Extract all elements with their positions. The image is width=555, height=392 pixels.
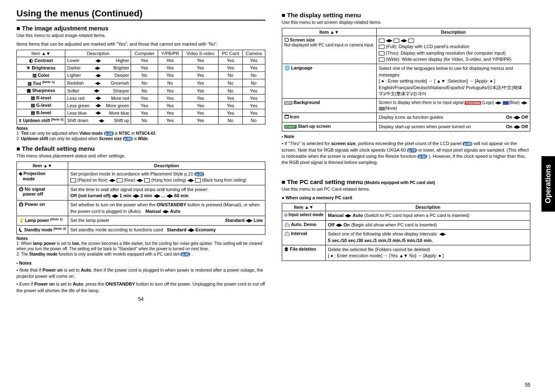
display-table: Item ▲▼Description 🖵 Screen sizeNot disp…	[282, 28, 531, 131]
display-note-title: Note	[282, 134, 531, 139]
table-row: OFF Background Screen to display when th…	[282, 99, 530, 113]
display-intro: Use this menu to set screen display-rela…	[282, 19, 531, 25]
default-note1: 1: When lamp power is set to low, the sc…	[16, 241, 265, 251]
none-swatch-icon	[379, 107, 385, 111]
image-note2: 2: Up/down shift can only be adjusted wh…	[16, 136, 265, 142]
display-title: The display setting menu	[282, 12, 531, 18]
table-row: ▦ SharpnessSofter◀▶SharperNoYesYesNoYes	[17, 87, 265, 95]
pagenum-left: 54	[16, 296, 265, 302]
updown-icon: ▲▼	[41, 51, 51, 56]
pagenum-right: 55	[525, 382, 530, 388]
image-adj-intro1: Use this menu to adjust image-related it…	[16, 32, 265, 39]
default-table: Item ▲▼Description ◈ Projection mode Set…	[16, 161, 265, 235]
leftright-icon: ◀▶	[95, 58, 100, 63]
table-row: 💡 Lamp power [Note 1] Set the lamp power…	[17, 216, 265, 225]
table-row: 📇 Auto. DemoOff ◀▶ On (Begin slid show w…	[282, 220, 530, 229]
image-note1: 1: Tint can only be adjusted when Video …	[16, 131, 265, 136]
table-row: ▤ B-levelLess blue◀▶More blueYesYesYesYe…	[17, 109, 265, 117]
table-row: 🗔 Icon Display icons as function guidesO…	[282, 113, 530, 122]
page-title: Using the menus (Continued)	[16, 8, 265, 21]
table-row: 🌐 Language Select one of the languages b…	[282, 64, 530, 99]
table-row: ▥ ColorLighter◀▶DeeperNoYesYesNoNo	[17, 71, 265, 79]
table-row: ◇ Input select modeManual ◀▶ Auto (Switc…	[282, 211, 530, 220]
table-row: 🗑 File deletionDelete the selected file …	[282, 245, 530, 261]
pccard-subhead: ● When using a memory PC card	[282, 195, 531, 201]
pccard-table: Item ▲▼Description ◇ Input select modeMa…	[282, 203, 531, 261]
display-note: If "Thru" is selected for screen size, p…	[282, 141, 531, 166]
blue-swatch-icon	[503, 101, 509, 105]
image-adj-table: Item ▲▼ Description Computer Y/PB/PR Vid…	[16, 50, 265, 125]
table-row: 🖵 Screen sizeNot displayed with PC card …	[282, 36, 530, 64]
image-adj-title: The image adjustment menus	[16, 25, 265, 32]
default-notes-title: Notes	[16, 236, 265, 241]
pccard-title: The PC card setting menu	[282, 178, 363, 185]
toshiba-logo-icon: TOSHIBA	[465, 101, 481, 105]
default-note2: 2: The Standby mode function is only ava…	[16, 251, 265, 257]
pccard-intro: Use this menu to set PC Card-related ite…	[282, 186, 531, 192]
table-row: ⏻ No signal power off Set the time to wa…	[17, 185, 265, 201]
pageref-icon: p.29	[104, 131, 114, 136]
default-title: The default setting menu	[16, 145, 265, 152]
table-row: ◈ Projection mode Set projection mode in…	[17, 169, 265, 185]
side-tab-operations: Operations	[541, 156, 555, 212]
table-row: ⇕ Up/down shift [Note 2]Shift down◀▶Shif…	[17, 117, 265, 124]
pccard-subtitle: (Models equipped with PC card slot)	[364, 180, 435, 185]
left-column: Using the menus (Continued) The image ad…	[16, 8, 265, 302]
table-row: ▥ Tint [Note 1]Reddish◀▶GreenishNoNoYesN…	[17, 79, 265, 87]
table-row: ▤ G-levelLess green◀▶More greenYesYesYes…	[17, 102, 265, 109]
table-row: 📇 IntervalSelect one of the following sl…	[282, 230, 530, 245]
table-row: ⏻ Power on Set whether to turn on the po…	[17, 201, 265, 216]
projector-icon	[70, 178, 76, 182]
table-row: ◐ ContrastLower◀▶HigherYesYesYesYesYes	[17, 57, 265, 64]
image-notes-title: Notes	[16, 126, 265, 131]
right-column: The display setting menu Use this menu t…	[282, 8, 543, 302]
table-row: ☀ BrightnessDarker◀▶BrighterYesYesYesYes…	[17, 64, 265, 71]
table-row: ⏾ Standby mode [Note 2] Set standby mode…	[17, 225, 265, 234]
default-bullet2: Even if Power on is set to Auto, press t…	[16, 281, 265, 294]
table-row: ▤ R-levelLess red◀▶More redYesYesYesYesY…	[17, 95, 265, 102]
image-adj-intro2: Items Items that can be adjusted are mar…	[16, 41, 265, 47]
notes2-title: Notes	[16, 261, 265, 265]
table-row: START Start-up screen Display start-up s…	[282, 122, 530, 131]
default-bullet1: Note that if Power on is set to Auto, th…	[16, 267, 265, 280]
default-intro: This menu shows placement status and oth…	[16, 153, 265, 159]
